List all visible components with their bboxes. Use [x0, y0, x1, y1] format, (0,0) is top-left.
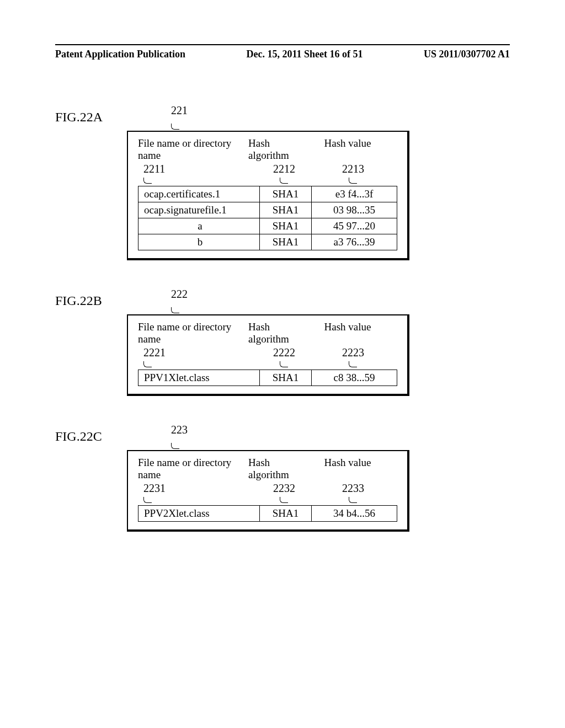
sub-refs: 2231 2232 2233: [138, 482, 397, 495]
data-table-221: ocap.certificates.1 SHA1 e3 f4...3f ocap…: [138, 186, 397, 250]
figure-label-22b: FIG.22B: [55, 293, 116, 308]
col-header-algo: Hash algorithm: [248, 137, 309, 162]
header-rule: [55, 44, 510, 45]
header-left: Patent Application Publication: [55, 49, 185, 60]
cell-algo: SHA1: [259, 370, 311, 386]
sub-ref-2232: 2232: [273, 482, 295, 495]
cell-name: PPV2Xlet.class: [138, 506, 260, 522]
cell-value: 45 97...20: [312, 218, 397, 234]
table-row: b SHA1 a3 76...39: [138, 234, 397, 250]
cell-name: ocap.certificates.1: [138, 186, 260, 202]
table-row: ocap.signaturefile.1 SHA1 03 98...35: [138, 202, 397, 218]
col-header-algo: Hash algorithm: [248, 321, 309, 345]
box-ref-222: 222: [171, 288, 409, 313]
cell-value: c8 38...59: [312, 370, 397, 386]
hash-table-222: File name or directory name Hash algorit…: [127, 314, 409, 396]
sub-ref-2222: 2222: [273, 346, 295, 359]
hash-table-223: File name or directory name Hash algorit…: [127, 450, 409, 532]
sub-ref-leaders: [138, 178, 397, 184]
data-table-223: PPV2Xlet.class SHA1 34 b4...56: [138, 505, 397, 522]
sub-ref-2213: 2213: [342, 163, 364, 175]
page: Patent Application Publication Dec. 15, …: [0, 0, 565, 581]
cell-algo: SHA1: [259, 186, 311, 202]
page-header: Patent Application Publication Dec. 15, …: [55, 49, 510, 60]
figure-22c: FIG.22C 223 File name or directory name …: [55, 424, 510, 532]
col-header-name: File name or directory name: [138, 321, 248, 345]
col-header-value: Hash value: [309, 457, 386, 481]
cell-algo: SHA1: [259, 218, 311, 234]
column-headers: File name or directory name Hash algorit…: [138, 321, 397, 345]
sub-ref-2221: 2221: [143, 346, 166, 359]
header-center: Dec. 15, 2011 Sheet 16 of 51: [247, 49, 363, 60]
data-table-222: PPV1Xlet.class SHA1 c8 38...59: [138, 370, 397, 386]
hash-table-221: File name or directory name Hash algorit…: [127, 131, 409, 260]
sub-refs: 2211 2212 2213: [138, 163, 397, 175]
table-row: a SHA1 45 97...20: [138, 218, 397, 234]
col-header-name: File name or directory name: [138, 137, 248, 162]
table-row: PPV2Xlet.class SHA1 34 b4...56: [138, 506, 397, 522]
cell-value: e3 f4...3f: [312, 186, 397, 202]
cell-name: ocap.signaturefile.1: [138, 202, 260, 218]
figure-label-22a: FIG.22A: [55, 110, 116, 125]
figure-22a: FIG.22A 221 File name or directory name …: [55, 104, 510, 260]
sub-ref-2211: 2211: [143, 163, 165, 175]
cell-value: 03 98...35: [312, 202, 397, 218]
figure-label-22c: FIG.22C: [55, 429, 116, 444]
cell-name: PPV1Xlet.class: [138, 370, 260, 386]
figure-22b: FIG.22B 222 File name or directory name …: [55, 288, 510, 396]
sub-ref-2231: 2231: [143, 482, 166, 495]
cell-algo: SHA1: [259, 506, 311, 522]
sub-ref-2212: 2212: [273, 163, 295, 175]
box-ref-223: 223: [171, 424, 409, 449]
column-headers: File name or directory name Hash algorit…: [138, 457, 397, 481]
table-row: PPV1Xlet.class SHA1 c8 38...59: [138, 370, 397, 386]
col-header-name: File name or directory name: [138, 457, 248, 481]
header-right: US 2011/0307702 A1: [424, 49, 510, 60]
sub-ref-2233: 2233: [342, 482, 364, 495]
col-header-value: Hash value: [309, 321, 386, 345]
cell-name: a: [138, 218, 260, 234]
table-row: ocap.certificates.1 SHA1 e3 f4...3f: [138, 186, 397, 202]
box-ref-221: 221: [171, 104, 409, 130]
cell-value: a3 76...39: [312, 234, 397, 250]
col-header-algo: Hash algorithm: [248, 457, 309, 481]
cell-algo: SHA1: [259, 234, 311, 250]
column-headers: File name or directory name Hash algorit…: [138, 137, 397, 162]
cell-name: b: [138, 234, 260, 250]
sub-ref-2223: 2223: [342, 346, 364, 359]
cell-value: 34 b4...56: [312, 506, 397, 522]
sub-ref-leaders: [138, 361, 397, 367]
col-header-value: Hash value: [309, 137, 386, 162]
sub-refs: 2221 2222 2223: [138, 346, 397, 359]
cell-algo: SHA1: [259, 202, 311, 218]
sub-ref-leaders: [138, 497, 397, 503]
